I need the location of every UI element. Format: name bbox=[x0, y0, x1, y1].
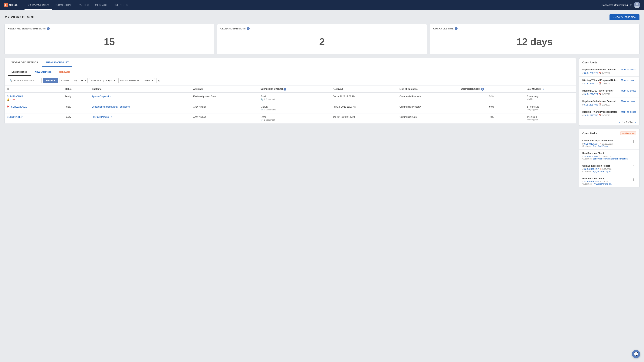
cell-assignee-0: East Assignment Group bbox=[191, 93, 258, 103]
alerts-page-prev[interactable]: ‹ bbox=[621, 121, 622, 124]
sort-icon: ↓ bbox=[543, 88, 544, 90]
filter-button[interactable]: ⚙ bbox=[156, 78, 162, 83]
submission-link-1[interactable]: SUB0224Q00X bbox=[11, 105, 26, 108]
mark-closed-button-4[interactable]: Mark as closed bbox=[621, 111, 636, 113]
doc-info-0: 📎 1 Document bbox=[260, 98, 328, 101]
calendar-icon: 📅 bbox=[599, 103, 602, 106]
mark-closed-button-1[interactable]: Mark as closed bbox=[621, 79, 636, 82]
task-customer-link-3[interactable]: FlyQuick Parking TX bbox=[593, 183, 612, 185]
filter-icon: ⚙ bbox=[158, 79, 160, 82]
new-submission-button[interactable]: + NEW SUBMISSION bbox=[610, 14, 640, 20]
task-title-2: Upload Inspection Report bbox=[582, 164, 612, 167]
alert-sub-link-2[interactable]: SUB1221477R bbox=[584, 93, 598, 95]
open-tasks-panel: Open Tasks ⚠ 3 Overdue Check with legal … bbox=[579, 129, 640, 188]
alert-sub-link-4[interactable]: SUB1221TWI3 bbox=[584, 114, 598, 116]
alerts-page-last[interactable]: » bbox=[635, 121, 636, 124]
alert-title-3: Duplicate Submission Detected bbox=[582, 100, 616, 103]
nav-my-workbench[interactable]: MY WORKBENCH bbox=[24, 0, 52, 10]
task-date-1: 2/10/2023 bbox=[602, 155, 611, 158]
submission-link-2[interactable]: SUB0112BHDP bbox=[7, 116, 23, 118]
task-customer-link-2[interactable]: FlyQuick Parking TX bbox=[593, 170, 612, 172]
task-menu-button-1[interactable]: ⋮ bbox=[631, 152, 636, 156]
search-input[interactable] bbox=[14, 79, 40, 82]
sub-tab-renewals[interactable]: Renewals bbox=[55, 69, 74, 76]
customer-link-2[interactable]: FlyQuick Parking TX bbox=[92, 116, 112, 118]
task-sub-link-1[interactable]: SUB0203JOJ4 bbox=[584, 155, 598, 158]
cell-received-0: Dec 9, 2022 12:08 AM bbox=[330, 93, 397, 103]
alert-title-1: Missing TIV and Proposed Dates bbox=[582, 79, 618, 82]
svg-point-4 bbox=[636, 3, 638, 5]
assignee-select[interactable]: Any bbox=[105, 79, 113, 82]
main-content: WORKLOAD METRICS SUBMISSIONS LIST Last M… bbox=[4, 58, 576, 191]
cell-lob-0: Commercial Property bbox=[397, 93, 458, 103]
col-score[interactable]: Submission Score ? bbox=[458, 86, 524, 93]
nav-reports[interactable]: REPORTS bbox=[112, 0, 131, 10]
submissions-table: ID Status Customer Assignee Submission C… bbox=[5, 86, 576, 124]
alert-sub-link-1[interactable]: SUB1221477R bbox=[584, 82, 598, 85]
alert-sub-link-0[interactable]: SUB1221477R bbox=[584, 72, 598, 74]
submission-link-0[interactable]: SUB1209DHAB bbox=[7, 95, 23, 98]
avatar[interactable] bbox=[634, 2, 640, 8]
col-lob[interactable]: Line of Business bbox=[397, 86, 458, 93]
col-channel[interactable]: Submission Channel ? bbox=[258, 86, 330, 93]
tab-workload-metrics[interactable]: WORKLOAD METRICS bbox=[8, 58, 42, 67]
col-received[interactable]: Received bbox=[330, 86, 397, 93]
hash-icon: # bbox=[582, 155, 584, 158]
info-icon-newly[interactable]: i bbox=[47, 27, 50, 30]
cell-customer-0: Appian Corporation bbox=[90, 93, 191, 103]
task-sub-link-0[interactable]: SUB0913AUCT bbox=[584, 143, 599, 145]
overdue-badge: ⚠ 3 Overdue bbox=[620, 131, 636, 135]
assignee-label: ASSIGNEE bbox=[91, 79, 102, 82]
alert-item-2: Missing LOB, Type or Broker # SUB1221477… bbox=[579, 87, 639, 98]
search-button[interactable]: SEARCH bbox=[43, 78, 58, 83]
task-menu-button-0[interactable]: ⋮ bbox=[631, 139, 636, 144]
calendar-icon: 📅 bbox=[599, 72, 602, 74]
cell-score-2: 49% bbox=[458, 113, 524, 123]
customer-link-0[interactable]: Appian Corporation bbox=[92, 95, 111, 98]
warning-icon: ⚠ bbox=[600, 142, 602, 145]
sub-tab-new-business[interactable]: New Business bbox=[31, 69, 55, 76]
task-sub-link-3[interactable]: SUB0112BHDP bbox=[584, 180, 599, 183]
task-customer-2: Customer: FlyQuick Parking TX bbox=[582, 170, 612, 172]
mark-closed-button-0[interactable]: Mark as closed bbox=[621, 68, 636, 71]
tab-submissions-list[interactable]: SUBMISSIONS LIST bbox=[42, 58, 72, 67]
customer-link-1[interactable]: Benevolence International Foundation bbox=[92, 105, 130, 108]
info-icon-channel[interactable]: ? bbox=[284, 88, 286, 91]
nav-submissions[interactable]: SUBMISSIONS bbox=[52, 0, 76, 10]
task-menu-button-3[interactable]: ⋮ bbox=[631, 177, 636, 182]
info-icon-score[interactable]: ? bbox=[481, 88, 484, 91]
col-assignee[interactable]: Assignee bbox=[191, 86, 258, 93]
svg-text:a: a bbox=[4, 4, 6, 7]
task-customer-link-0[interactable]: Argo Real Estate bbox=[593, 145, 608, 147]
status-select[interactable]: Any Ready Closed bbox=[73, 79, 84, 82]
col-customer[interactable]: Customer bbox=[90, 86, 191, 93]
nav-messages[interactable]: MESSAGES bbox=[92, 0, 112, 10]
sub-tab-last-modified[interactable]: Last Modified bbox=[8, 69, 31, 76]
col-last-modified[interactable]: Last Modified ↓ bbox=[524, 86, 576, 93]
nav-right: Connected Underwriting ▾ bbox=[602, 2, 640, 8]
col-status[interactable]: Status bbox=[62, 86, 89, 93]
alerts-page-first[interactable]: « bbox=[619, 121, 620, 124]
metric-cycle-value: 12 days bbox=[433, 32, 636, 51]
info-icon-older[interactable]: i bbox=[247, 27, 250, 30]
task-meta-2: # SUB0112BHDP ⚠ 2/25/2023 bbox=[582, 168, 612, 170]
alert-sub-link-3[interactable]: SUB1221TWI3 bbox=[584, 104, 598, 106]
task-menu-button-2[interactable]: ⋮ bbox=[631, 164, 636, 169]
info-icon-cycle[interactable]: i bbox=[455, 27, 458, 30]
lob-chevron-icon: ▾ bbox=[152, 79, 153, 82]
alerts-page-next[interactable]: › bbox=[633, 121, 634, 124]
task-date-2: 2/25/2023 bbox=[602, 168, 612, 170]
app-logo[interactable]: a appian bbox=[4, 2, 19, 8]
col-id[interactable]: ID bbox=[5, 86, 62, 93]
nav-parties[interactable]: PARTIES bbox=[76, 0, 92, 10]
hash-icon: # bbox=[582, 72, 584, 74]
task-customer-link-1[interactable]: Benevolence International Foundation bbox=[593, 158, 628, 160]
lob-select[interactable]: Any bbox=[143, 79, 151, 82]
task-sub-link-2[interactable]: SUB0112BHDP bbox=[584, 168, 599, 170]
app-name[interactable]: Connected Underwriting bbox=[602, 4, 628, 7]
mark-closed-button-3[interactable]: Mark as closed bbox=[621, 100, 636, 103]
mark-closed-button-2[interactable]: Mark as closed bbox=[621, 89, 636, 92]
assignee-chevron-icon: ▾ bbox=[114, 79, 115, 82]
calendar-icon: 📅 bbox=[599, 114, 602, 116]
task-info-3: Run Sanction Check # SUB0112BHDP 3/3/202… bbox=[582, 177, 612, 185]
